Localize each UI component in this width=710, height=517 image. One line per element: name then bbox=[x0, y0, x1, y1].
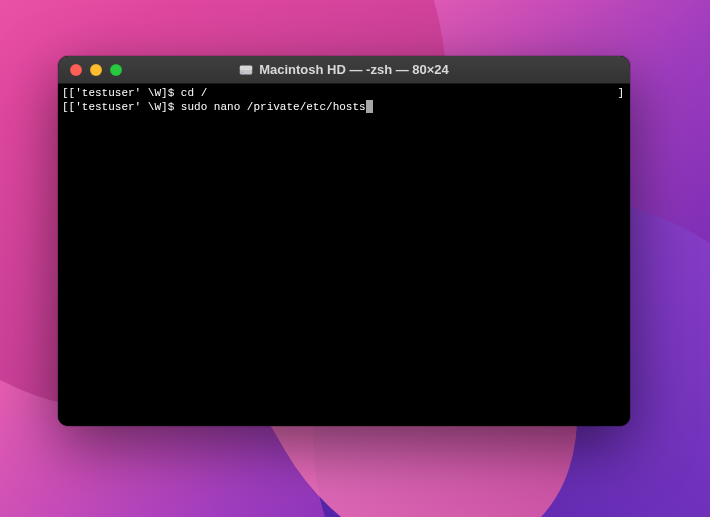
window-title: Macintosh HD — -zsh — 80×24 bbox=[259, 62, 449, 77]
shell-command: cd / bbox=[181, 86, 207, 100]
minimize-button[interactable] bbox=[90, 64, 102, 76]
title-content: Macintosh HD — -zsh — 80×24 bbox=[58, 62, 630, 77]
prompt-bracket-right: ] bbox=[617, 86, 626, 100]
terminal-line: [['testuser' \W]$ sudo nano /private/etc… bbox=[62, 100, 626, 114]
prompt-bracket-left: [ bbox=[62, 86, 69, 100]
shell-prompt: ['testuser' \W]$ bbox=[69, 100, 181, 114]
prompt-bracket-left: [ bbox=[62, 100, 69, 114]
terminal-line: [['testuser' \W]$ cd /] bbox=[62, 86, 626, 100]
shell-command: sudo nano /private/etc/hosts bbox=[181, 100, 366, 114]
svg-point-2 bbox=[242, 71, 243, 72]
svg-rect-1 bbox=[240, 65, 252, 69]
svg-rect-0 bbox=[240, 65, 252, 74]
maximize-button[interactable] bbox=[110, 64, 122, 76]
terminal-body[interactable]: [['testuser' \W]$ cd /] [['testuser' \W]… bbox=[58, 84, 630, 426]
traffic-lights bbox=[58, 64, 122, 76]
terminal-window[interactable]: Macintosh HD — -zsh — 80×24 [['testuser'… bbox=[58, 56, 630, 426]
close-button[interactable] bbox=[70, 64, 82, 76]
text-cursor bbox=[366, 100, 373, 113]
hard-drive-icon bbox=[239, 63, 253, 77]
window-titlebar[interactable]: Macintosh HD — -zsh — 80×24 bbox=[58, 56, 630, 84]
shell-prompt: ['testuser' \W]$ bbox=[69, 86, 181, 100]
